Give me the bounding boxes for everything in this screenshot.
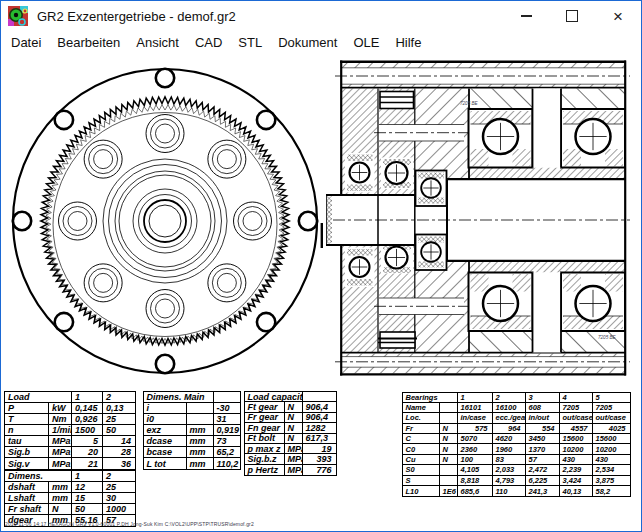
load_capacity-r3c2: 617,3 <box>303 434 336 444</box>
bearings-r8c4: 241,3 <box>526 486 560 496</box>
bearings-r2c2: 575 <box>458 424 493 434</box>
load-r2c3: 50 <box>103 425 135 436</box>
bearings-r6c6: 2,534 <box>593 465 630 475</box>
dimens_main-r5c1: mm <box>187 458 214 469</box>
dimens_main-r5c2: 110,2 <box>214 458 240 469</box>
dimens_main-title: Dimens. Main <box>144 392 214 403</box>
bearings-r6c3: 2,033 <box>493 465 526 475</box>
bearings-r3c2: 5070 <box>458 434 493 444</box>
bearings-r7c1 <box>440 476 458 486</box>
dimens-header-2: 2 <box>103 471 135 482</box>
load_capacity-r2c1: N <box>285 423 303 433</box>
dimens-r0c3: 25 <box>103 482 135 493</box>
dimens-title: Dimens. <box>5 471 72 482</box>
dimens_main-r4c0: bcase <box>144 447 187 458</box>
bearings-r7c2: 8,818 <box>458 476 493 486</box>
dimens_main-r0c0: i <box>144 403 187 414</box>
load_capacity-r1c1: N <box>285 413 303 423</box>
bearings-r6c2: 4,105 <box>458 465 493 475</box>
load_capacity-r5c1: MPa <box>285 454 303 464</box>
bearings-r2c0: Fr <box>403 424 440 434</box>
bearings-r3c0: C <box>403 434 440 444</box>
bearings-r8c0: L10 <box>403 486 440 496</box>
bearings-r8c2: 685,6 <box>458 486 493 496</box>
bearings-r7c5: 3,424 <box>560 476 593 486</box>
dimens_main-r3c2: 73 <box>214 436 240 447</box>
bearings-r1c1 <box>440 413 458 423</box>
bearings-r1c3: ecc./gear <box>493 413 526 423</box>
bearings-r5c6: 430 <box>593 455 630 465</box>
bearings-r6c4: 2,472 <box>526 465 560 475</box>
bearings-r4c3: 1960 <box>493 444 526 454</box>
bearings-r2c4: 554 <box>526 424 560 434</box>
load_capacity-r4c2: 19 <box>303 444 336 454</box>
load_capacity-r4c0: p max z <box>245 444 285 454</box>
load_capacity-r3c0: Ft bolt <box>245 434 285 444</box>
dimens_main-r2c2: 0,919 <box>214 425 240 436</box>
bearings-r1c5: out/case <box>560 413 593 423</box>
load_capacity-title: Load capacity <box>245 392 303 402</box>
status-line: 2010-11-06 14:17 HEXAGON GR2 V1.0-60001 … <box>5 521 254 527</box>
load-r0c0: P <box>5 403 49 414</box>
bearings-header-3: 3 <box>526 393 560 403</box>
bearings-r1c0: Loc. <box>403 413 440 423</box>
load_capacity-r6c1: MPa <box>285 465 303 475</box>
load-header-1: 1 <box>72 392 103 403</box>
bearings-r1c6: out/case <box>593 413 630 423</box>
bearings-r0c2: 16101 <box>458 403 493 413</box>
load-title: Load <box>5 392 72 403</box>
bearings-header-5: 5 <box>593 393 630 403</box>
bearings-r7c3: 4,793 <box>493 476 526 486</box>
load_capacity-r5c0: Sig.b.z <box>245 454 285 464</box>
load-r5c3: 36 <box>103 458 135 469</box>
load-r1c1: Nm <box>49 414 72 425</box>
dimens-r0c2: 12 <box>72 482 103 493</box>
bearings-r4c1: N <box>440 444 458 454</box>
dimens-r1c3: 30 <box>103 493 135 504</box>
bearings-r3c5: 15600 <box>560 434 593 444</box>
bearings-r8c1: 1E6 <box>440 486 458 496</box>
load-r2c1: 1/min <box>49 425 72 436</box>
load_capacity-r5c2: 393 <box>303 454 336 464</box>
bearings-header-2: 2 <box>493 393 526 403</box>
load-r3c2: 5 <box>72 436 103 447</box>
dimens-r0c0: dshaft <box>5 482 49 493</box>
bearing-label-top: 7205 BE <box>460 101 479 106</box>
bearings-r4c4: 1370 <box>526 444 560 454</box>
bearings-title: Bearings <box>403 393 458 403</box>
dimens_main-r1c1 <box>187 414 214 425</box>
bearings-r5c3: 83 <box>493 455 526 465</box>
bearings-r3c6: 15600 <box>593 434 630 444</box>
dimens-r1c2: 15 <box>72 493 103 504</box>
bearings-r5c5: 430 <box>560 455 593 465</box>
load-r3c3: 14 <box>103 436 135 447</box>
bearings-r6c5: 2,239 <box>560 465 593 475</box>
load_capacity-r0c1: N <box>285 402 303 412</box>
load-table: Load12PkW0,1450,13TNm0,92625n1/min150050… <box>4 391 136 470</box>
load-r4c1: MPa <box>49 447 72 458</box>
load-r0c3: 0,13 <box>103 403 135 414</box>
dimens-r2c0: Fr shaft <box>5 504 49 515</box>
dimens_main-r3c1: mm <box>187 436 214 447</box>
dimens-r2c2: 50 <box>72 504 103 515</box>
dimens_main-r1c2: 31 <box>214 414 240 425</box>
bearings-r3c4: 3450 <box>526 434 560 444</box>
dimens-r1c0: Lshaft <box>5 493 49 504</box>
dimens_main-r5c0: L tot <box>144 458 187 469</box>
dimens_main-r0c2: -30 <box>214 403 240 414</box>
bearings-r0c5: 7205 <box>560 403 593 413</box>
bearings-r6c0: S0 <box>403 465 440 475</box>
dimens_main-r2c0: exz <box>144 425 187 436</box>
load-r4c0: Sig.b <box>5 447 49 458</box>
bearings-r0c4: 608 <box>526 403 560 413</box>
load-r3c0: tau <box>5 436 49 447</box>
bearings-r8c3: 110 <box>493 486 526 496</box>
load-r3c1: MPa <box>49 436 72 447</box>
load_capacity-r6c2: 776 <box>303 465 336 475</box>
bearings-r1c4: in/out <box>526 413 560 423</box>
load-r5c2: 21 <box>72 458 103 469</box>
bearings-r3c1: N <box>440 434 458 444</box>
bearings-r3c3: 4620 <box>493 434 526 444</box>
dimens-r0c1: mm <box>49 482 72 493</box>
bearings-r7c6: 3,875 <box>593 476 630 486</box>
